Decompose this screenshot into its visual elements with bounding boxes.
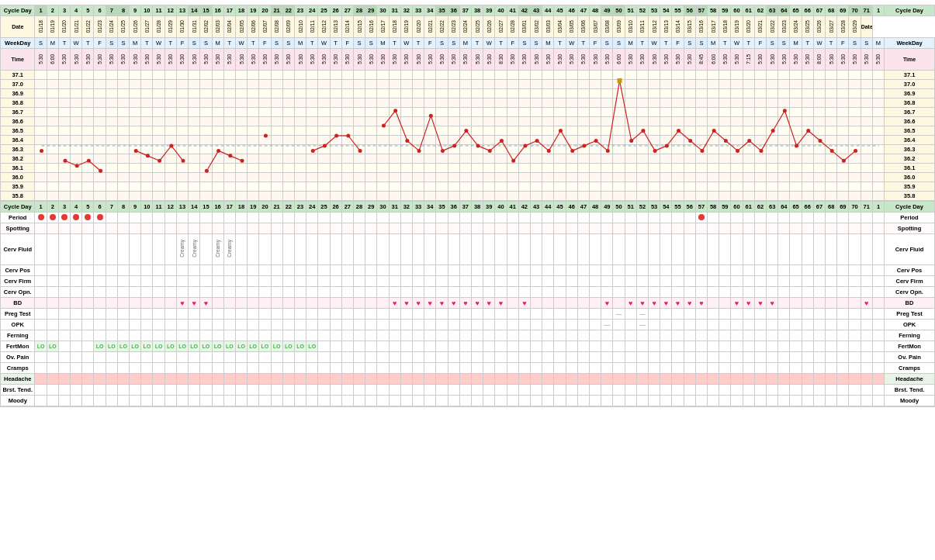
temp-grid-cell <box>518 145 530 154</box>
cerv-fluid-empty <box>625 234 636 265</box>
temp-grid-cell <box>189 154 200 164</box>
brst-tend-empty <box>507 385 518 396</box>
cerv-pos-empty <box>189 265 200 276</box>
temp-grid-cell <box>389 89 400 99</box>
preg-test-empty <box>47 309 58 320</box>
cramps-empty <box>341 363 353 374</box>
time-cell: 5:30 <box>767 49 778 71</box>
temp-grid-cell <box>389 99 400 108</box>
fertmon-empty <box>542 341 554 352</box>
temp-grid-cell <box>341 154 353 164</box>
weekday-cell: T <box>141 38 153 49</box>
spotting-empty <box>518 223 530 234</box>
time-cell: 5:30 <box>448 49 459 71</box>
cerv-pos-empty <box>660 265 672 276</box>
date-cell: 02/21 <box>424 16 436 38</box>
temp-grid-cell <box>294 126 306 136</box>
temp-grid-cell <box>82 154 94 164</box>
temp-grid-cell <box>613 145 625 154</box>
spotting-empty <box>189 223 200 234</box>
moody-empty <box>365 396 377 406</box>
ov-pain-empty <box>58 352 70 363</box>
temp-grid-cell <box>141 145 153 154</box>
temp-grid-cell <box>341 173 353 182</box>
cycle-day-cell-bottom: 10 <box>141 202 153 213</box>
temp-grid-cell <box>731 99 743 108</box>
temp-grid-cell <box>47 136 58 145</box>
cycle-day-cell: 57 <box>695 5 707 16</box>
cycle-day-cell-bottom: 66 <box>802 202 813 213</box>
temp-grid-cell <box>71 182 82 192</box>
cerv-fluid-cell: Creamy <box>189 234 200 265</box>
temp-grid-cell <box>495 117 507 126</box>
weekday-cell: W <box>483 38 495 49</box>
temp-grid-cell <box>495 154 507 164</box>
temp-grid-cell <box>471 154 483 164</box>
temp-grid-cell <box>330 182 341 192</box>
temp-grid-cell <box>141 80 153 89</box>
temp-grid-cell <box>577 117 589 126</box>
temp-grid-cell <box>872 126 884 136</box>
cerv-firm-empty <box>365 276 377 287</box>
temp-grid-cell <box>542 192 554 201</box>
temp-grid-cell <box>837 99 849 108</box>
cerv-opn-empty <box>719 287 731 298</box>
temp-label-right: 36.7 <box>885 108 935 117</box>
weekday-cell: M <box>212 38 223 49</box>
date-cell: 03/01 <box>518 16 530 38</box>
temp-grid-cell <box>424 117 436 126</box>
cerv-fluid-empty <box>294 234 306 265</box>
cramps-empty <box>613 363 625 374</box>
temp-grid-cell <box>248 164 259 173</box>
temp-grid-cell <box>826 145 837 154</box>
opk-empty <box>248 320 259 330</box>
period-empty <box>613 213 625 223</box>
temp-grid-cell <box>318 89 330 99</box>
fertmon-empty <box>826 341 837 352</box>
temp-grid-cell <box>861 164 872 173</box>
temp-grid-cell <box>164 117 176 126</box>
time-cell: 5:30 <box>826 49 837 71</box>
opk-cell: — <box>636 320 648 330</box>
cerv-firm-empty <box>306 276 318 287</box>
temp-grid-cell <box>259 71 271 80</box>
temp-grid-cell <box>189 71 200 80</box>
fertmon-empty <box>778 341 790 352</box>
cerv-firm-empty <box>684 276 695 287</box>
temp-grid-cell <box>471 108 483 117</box>
temp-grid-cell <box>330 117 341 126</box>
cerv-opn-empty <box>542 287 554 298</box>
time-cell: 5:30 <box>436 49 448 71</box>
ov-pain-empty <box>248 352 259 363</box>
weekday-cell: F <box>754 38 766 49</box>
brst-tend-empty <box>282 385 294 396</box>
moody-empty <box>754 396 766 406</box>
temp-grid-cell <box>271 145 282 154</box>
temp-grid-cell <box>189 99 200 108</box>
temp-grid-cell <box>94 89 106 99</box>
temp-grid-cell <box>566 126 577 136</box>
cerv-opn-empty <box>802 287 813 298</box>
temp-grid-cell <box>507 80 518 89</box>
period-empty <box>282 213 294 223</box>
temp-grid-cell <box>94 145 106 154</box>
brst-tend-empty <box>200 385 212 396</box>
temp-grid-cell <box>330 108 341 117</box>
temp-grid-cell <box>176 126 188 136</box>
cerv-opn-empty <box>130 287 141 298</box>
temp-grid-cell <box>353 164 365 173</box>
temp-grid-cell <box>743 145 754 154</box>
time-cell: 5:30 <box>141 49 153 71</box>
temp-grid-cell <box>82 173 94 182</box>
bd-heart-cell: ♥ <box>601 298 613 309</box>
temp-grid-cell <box>708 117 719 126</box>
cerv-opn-empty <box>790 287 802 298</box>
period-empty <box>130 213 141 223</box>
cramps-empty <box>719 363 731 374</box>
period-empty <box>294 213 306 223</box>
temp-grid-cell <box>778 80 790 89</box>
period-empty <box>353 213 365 223</box>
weekday-cell: S <box>200 38 212 49</box>
cerv-firm-empty <box>695 276 707 287</box>
temp-grid-cell <box>448 173 459 182</box>
